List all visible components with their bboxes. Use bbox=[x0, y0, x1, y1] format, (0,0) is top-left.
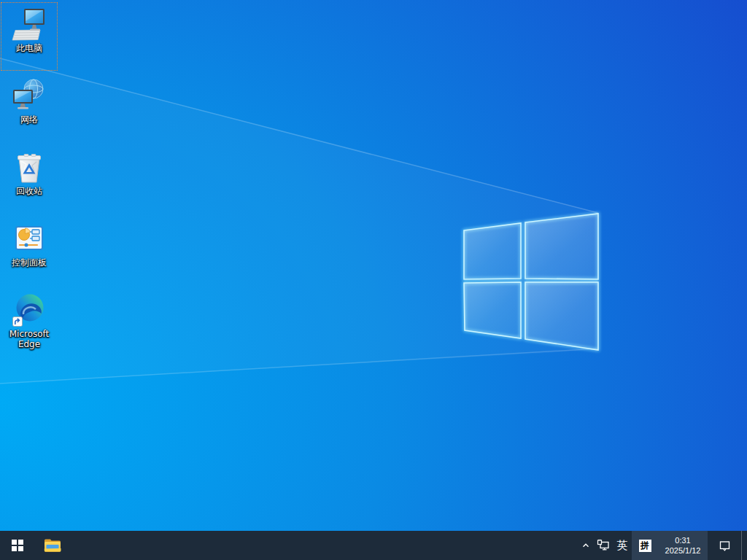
windows-logo-icon bbox=[12, 540, 24, 552]
desktop-icon-this-pc[interactable]: 此电脑 bbox=[1, 2, 58, 71]
ethernet-network-icon bbox=[597, 539, 610, 552]
desktop: 此电脑 网络 bbox=[0, 0, 747, 560]
file-explorer-button[interactable] bbox=[35, 531, 70, 560]
recycle-bin-icon bbox=[12, 149, 47, 184]
desktop-icon-recycle-bin[interactable]: 回收站 bbox=[1, 145, 58, 214]
microsoft-edge-icon bbox=[12, 292, 47, 327]
wallpaper-windows-logo bbox=[0, 0, 747, 531]
ime-mode-icon: 拼 bbox=[639, 540, 651, 552]
ime-mode-button[interactable]: 拼 bbox=[632, 531, 658, 560]
clock-button[interactable]: 0:31 2025/1/12 bbox=[658, 531, 708, 560]
desktop-icon-label: 控制面板 bbox=[12, 257, 47, 268]
this-pc-icon bbox=[12, 7, 47, 42]
clock-date: 2025/1/12 bbox=[665, 545, 701, 556]
ime-language-label: 英 bbox=[617, 539, 628, 553]
chevron-up-icon bbox=[580, 540, 592, 551]
action-center-button[interactable] bbox=[708, 531, 741, 560]
desktop-icon-microsoft-edge[interactable]: Microsoft Edge bbox=[1, 288, 58, 357]
desktop-icon-label: Microsoft Edge bbox=[2, 329, 56, 349]
desktop-icon-network[interactable]: 网络 bbox=[1, 74, 58, 142]
system-tray: 英 拼 0:31 2025/1/12 bbox=[578, 531, 747, 560]
clock-time: 0:31 bbox=[675, 535, 690, 545]
desktop-icon-label: 回收站 bbox=[16, 186, 42, 196]
start-button[interactable] bbox=[0, 531, 35, 560]
control-panel-icon bbox=[12, 221, 47, 256]
action-center-icon bbox=[719, 540, 731, 552]
network-tray-button[interactable] bbox=[594, 531, 613, 560]
desktop-icon-label: 此电脑 bbox=[16, 43, 42, 53]
show-hidden-icons-button[interactable] bbox=[578, 531, 594, 560]
ime-language-button[interactable]: 英 bbox=[613, 531, 632, 560]
desktop-icon-label: 网络 bbox=[20, 114, 38, 125]
network-desktop-icon bbox=[12, 78, 47, 113]
taskbar: 英 拼 0:31 2025/1/12 bbox=[0, 531, 747, 560]
show-desktop-button[interactable] bbox=[741, 531, 747, 560]
file-explorer-icon bbox=[44, 538, 61, 553]
desktop-icon-control-panel[interactable]: 控制面板 bbox=[1, 217, 58, 285]
